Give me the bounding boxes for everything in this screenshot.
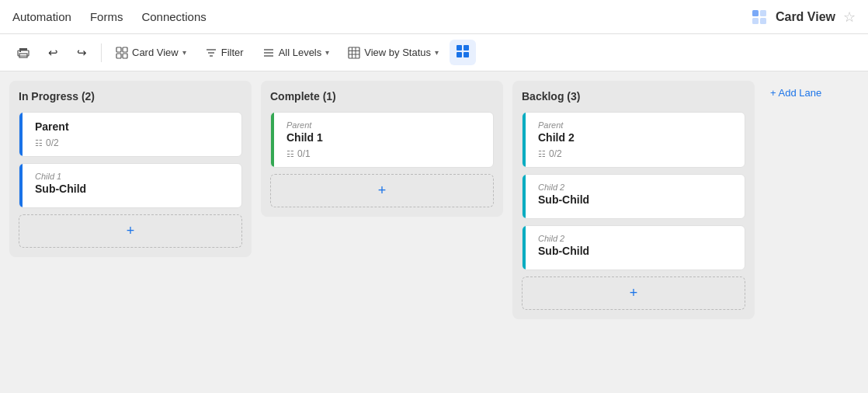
nav-right: Card View ☆ [751,9,856,26]
svg-rect-11 [123,54,127,58]
svg-rect-7 [19,50,21,52]
top-nav: Automation Forms Connections Card View ☆ [0,0,868,34]
add-card-button-backlog[interactable]: + [522,276,745,310]
undo-icon: ↩ [48,46,58,60]
filter-button[interactable]: Filter [197,43,252,63]
card-parent-label: Parent [286,120,484,130]
undo-button[interactable]: ↩ [40,42,66,64]
svg-rect-9 [123,47,127,52]
add-card-button-in-progress[interactable]: + [19,214,242,248]
add-lane-button[interactable]: + Add Lane [764,84,828,102]
card-inner: ParentChild 2☷0/2 [532,120,735,159]
card-view-chevron: ▾ [182,48,186,57]
card-parent-card[interactable]: Parent☷0/2 [19,112,242,157]
task-icon: ☷ [35,138,43,148]
table-icon [348,47,360,59]
task-count: 0/1 [297,148,311,159]
svg-rect-1 [760,10,766,16]
levels-label: All Levels [279,47,322,58]
grid-icon [456,44,470,58]
lane-header-complete: Complete (1) [270,90,494,106]
card-view-nav-icon [751,9,768,26]
card-title: Child 2 [538,131,735,144]
card-child1-subchild[interactable]: Child 1Sub-Child [19,163,242,208]
board: In Progress (2)Parent☷0/2Child 1Sub-Chil… [0,71,868,393]
svg-rect-3 [760,18,766,24]
card-view-button[interactable]: Card View ▾ [108,43,194,63]
card-child1-card[interactable]: ParentChild 1☷0/1 [270,112,494,168]
print-icon [17,47,30,59]
card-meta: ☷0/2 [35,137,232,148]
redo-button[interactable]: ↪ [69,42,95,64]
card-inner: Child 2Sub-Child [532,183,735,206]
task-icon: ☷ [286,149,294,159]
nav-item-forms[interactable]: Forms [90,10,123,23]
redo-icon: ↪ [77,46,87,60]
lane-backlog: Backlog (3)ParentChild 2☷0/2Child 2Sub-C… [512,81,755,319]
svg-rect-25 [457,52,462,57]
nav-links: Automation Forms Connections [12,10,207,23]
card-inner: ParentChild 1☷0/1 [280,120,484,159]
card-meta: ☷0/2 [538,148,735,159]
svg-rect-18 [349,47,359,58]
svg-rect-8 [116,47,121,52]
nav-item-connections[interactable]: Connections [141,10,206,23]
view-status-chevron: ▾ [435,48,439,57]
grid-view-button[interactable] [450,40,476,65]
lane-header-in-progress: In Progress (2) [19,90,242,106]
page-title: Card View [776,10,835,24]
card-view-icon [116,47,128,59]
card-inner: Child 2Sub-Child [532,234,735,257]
card-accent-bar [523,226,526,270]
card-title: Child 1 [286,131,484,144]
card-accent-bar [523,113,526,167]
card-meta: ☷0/1 [286,148,484,159]
card-view-label: Card View [132,47,179,58]
task-count: 0/2 [549,148,562,159]
toolbar-divider-1 [101,43,102,62]
star-icon[interactable]: ☆ [843,9,856,26]
nav-item-automation[interactable]: Automation [12,10,71,23]
card-title: Sub-Child [538,245,735,257]
task-count: 0/2 [46,137,59,148]
add-card-button-complete[interactable]: + [270,174,494,207]
svg-rect-0 [752,10,759,16]
card-title: Parent [35,120,232,133]
svg-rect-24 [464,45,469,50]
levels-icon [262,47,275,59]
card-title: Sub-Child [35,183,232,195]
filter-label: Filter [221,47,244,58]
print-button[interactable] [9,43,37,63]
card-child2-subchild2[interactable]: Child 2Sub-Child [522,225,745,270]
task-icon: ☷ [538,149,546,159]
card-accent-bar [523,175,526,218]
view-by-status-button[interactable]: View by Status ▾ [340,43,446,63]
svg-rect-23 [457,45,462,50]
card-parent-label: Child 1 [35,172,232,181]
svg-rect-10 [116,54,121,58]
levels-chevron: ▾ [325,48,329,57]
lane-header-backlog: Backlog (3) [522,90,745,106]
card-inner: Parent☷0/2 [29,120,232,148]
card-parent-label: Child 2 [538,234,735,243]
view-by-status-label: View by Status [364,47,431,58]
svg-rect-26 [464,52,469,57]
card-child2-card[interactable]: ParentChild 2☷0/2 [522,112,745,168]
card-parent-label: Child 2 [538,183,735,192]
add-lane-container: + Add Lane [764,81,828,102]
card-title: Sub-Child [538,193,735,206]
card-accent-bar [19,113,23,156]
card-parent-label: Parent [538,120,735,130]
card-child2-subchild1[interactable]: Child 2Sub-Child [522,174,745,219]
card-accent-bar [271,113,274,167]
levels-button[interactable]: All Levels ▾ [255,43,338,63]
card-inner: Child 1Sub-Child [29,172,232,195]
svg-rect-2 [752,18,759,24]
toolbar: ↩ ↪ Card View ▾ Filter All Levels ▾ View… [0,34,868,71]
filter-icon [205,47,217,59]
lane-in-progress: In Progress (2)Parent☷0/2Child 1Sub-Chil… [9,81,252,257]
lane-complete: Complete (1)ParentChild 1☷0/1+ [261,81,503,217]
card-accent-bar [19,164,23,207]
